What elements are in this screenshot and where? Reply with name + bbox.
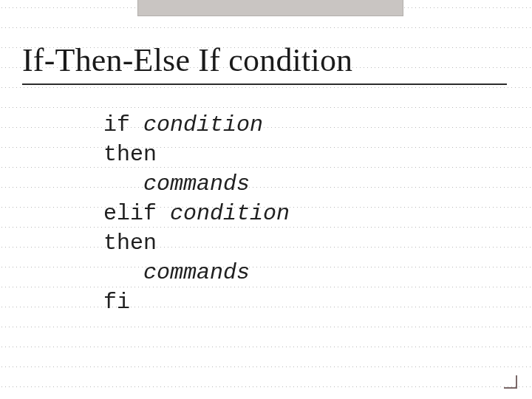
corner-fold-icon xyxy=(504,375,517,389)
code-it-condition-1: condition xyxy=(143,112,263,137)
code-kw-then-2: then xyxy=(103,231,157,256)
slide-body: If-Then-Else If condition if condition t… xyxy=(0,0,532,399)
code-kw-fi: fi xyxy=(103,290,130,315)
title-underline xyxy=(22,83,507,85)
code-kw-then-1: then xyxy=(103,142,157,167)
code-it-commands-2: commands xyxy=(103,260,250,285)
code-kw-if: if xyxy=(103,112,143,137)
code-it-condition-2: condition xyxy=(170,201,290,226)
code-kw-elif: elif xyxy=(103,201,170,226)
code-block: if condition then commands elif conditio… xyxy=(103,110,510,317)
code-it-commands-1: commands xyxy=(103,171,250,197)
slide-title: If-Then-Else If condition xyxy=(22,41,510,79)
